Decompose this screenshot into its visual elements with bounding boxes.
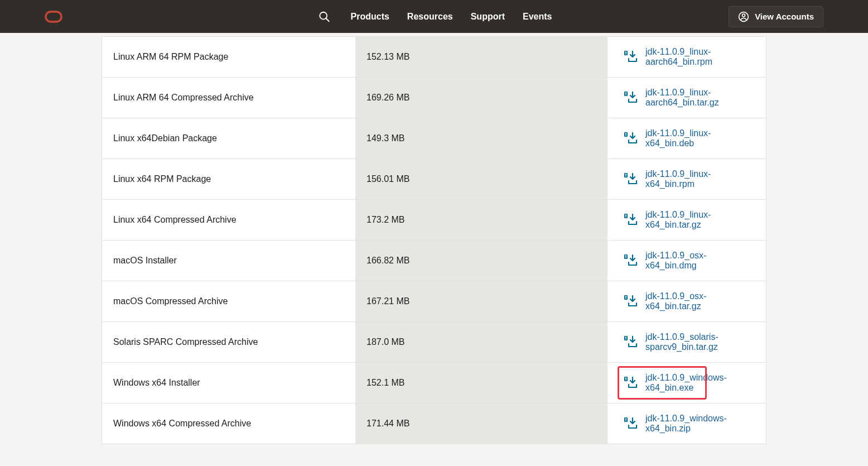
- nav-support[interactable]: Support: [471, 12, 505, 22]
- download-icon: [624, 173, 639, 185]
- size-label: 156.01 MB: [367, 174, 409, 184]
- product-label: Windows x64 Installer: [113, 378, 200, 388]
- size-cell: 173.2 MB: [355, 200, 607, 240]
- svg-rect-16: [625, 175, 626, 177]
- nav-events[interactable]: Events: [523, 12, 552, 22]
- download-link[interactable]: jdk-11.0.9_linux-x64_bin.tar.gz: [624, 210, 755, 230]
- size-cell: 152.1 MB: [355, 363, 607, 403]
- download-link[interactable]: jdk-11.0.9_linux-x64_bin.rpm: [624, 169, 755, 189]
- nav-products[interactable]: Products: [351, 12, 389, 22]
- product-cell: Windows x64 Installer: [102, 363, 355, 403]
- product-label: macOS Installer: [113, 256, 177, 266]
- download-cell: jdk-11.0.9_linux-x64_bin.deb: [607, 118, 766, 158]
- product-label: Linux ARM 64 RPM Package: [113, 52, 228, 62]
- size-label: 169.26 MB: [367, 93, 409, 103]
- download-link[interactable]: jdk-11.0.9_osx-x64_bin.dmg: [624, 251, 755, 271]
- product-label: Linux x64 RPM Package: [113, 174, 211, 184]
- table-row: Linux x64Debian Package149.3 MB jdk-11.0…: [102, 118, 766, 158]
- table-row: Linux x64 Compressed Archive173.2 MB jdk…: [102, 199, 766, 240]
- user-icon: [738, 11, 749, 22]
- download-icon: [624, 92, 639, 104]
- filename-label: jdk-11.0.9_osx-x64_bin.dmg: [645, 251, 755, 271]
- downloads-table: Linux ARM 64 RPM Package152.13 MB jdk-11…: [102, 36, 766, 444]
- size-label: 152.1 MB: [367, 378, 404, 388]
- size-cell: 166.82 MB: [355, 241, 607, 281]
- svg-point-6: [625, 51, 626, 52]
- svg-rect-13: [625, 134, 626, 136]
- svg-rect-0: [46, 12, 61, 22]
- product-cell: macOS Compressed Archive: [102, 281, 355, 321]
- table-row: Windows x64 Compressed Archive171.44 MB …: [102, 403, 766, 444]
- size-label: 149.3 MB: [367, 133, 404, 143]
- download-icon: [624, 377, 639, 389]
- svg-point-24: [625, 296, 626, 297]
- download-link[interactable]: jdk-11.0.9_windows-x64_bin.zip: [624, 414, 755, 434]
- filename-label: jdk-11.0.9_linux-x64_bin.deb: [645, 128, 755, 148]
- content-area: Linux ARM 64 RPM Package152.13 MB jdk-11…: [55, 33, 813, 444]
- header-nav: Products Resources Support Events: [316, 8, 552, 25]
- svg-rect-7: [625, 53, 626, 55]
- product-cell: Linux x64 Compressed Archive: [102, 200, 355, 240]
- product-cell: Linux ARM 64 Compressed Archive: [102, 78, 355, 118]
- svg-line-2: [326, 18, 329, 21]
- filename-label: jdk-11.0.9_linux-x64_bin.rpm: [645, 169, 755, 189]
- filename-label: jdk-11.0.9_windows-x64_bin.zip: [645, 414, 755, 434]
- filename-label: jdk-11.0.9_linux-x64_bin.tar.gz: [645, 210, 755, 230]
- download-icon: [624, 417, 639, 430]
- size-cell: 167.21 MB: [355, 281, 607, 321]
- product-label: Windows x64 Compressed Archive: [113, 419, 251, 429]
- download-icon: [624, 254, 639, 267]
- download-cell: jdk-11.0.9_linux-aarch64_bin.tar.gz: [607, 78, 766, 118]
- svg-rect-34: [625, 420, 626, 421]
- svg-rect-28: [625, 338, 626, 340]
- product-label: Linux x64 Compressed Archive: [113, 215, 237, 225]
- nav-resources[interactable]: Resources: [407, 12, 453, 22]
- product-cell: Windows x64 Compressed Archive: [102, 403, 355, 444]
- size-label: 173.2 MB: [367, 215, 404, 225]
- product-cell: Linux x64 RPM Package: [102, 159, 355, 199]
- search-button[interactable]: [316, 8, 333, 25]
- svg-point-4: [742, 14, 745, 17]
- download-icon: [624, 51, 639, 63]
- svg-rect-31: [625, 379, 626, 381]
- size-label: 171.44 MB: [367, 419, 409, 429]
- download-cell: jdk-11.0.9_linux-x64_bin.tar.gz: [607, 200, 766, 240]
- svg-point-9: [625, 92, 626, 93]
- main-header: Products Resources Support Events View A…: [0, 0, 868, 33]
- size-label: 166.82 MB: [367, 256, 409, 266]
- download-link[interactable]: jdk-11.0.9_linux-aarch64_bin.tar.gz: [624, 88, 755, 108]
- download-icon: [624, 214, 639, 226]
- download-link[interactable]: jdk-11.0.9_linux-x64_bin.deb: [624, 128, 755, 148]
- download-icon: [624, 336, 639, 348]
- product-label: macOS Compressed Archive: [113, 296, 228, 306]
- view-accounts-button[interactable]: View Accounts: [729, 6, 823, 27]
- download-cell: jdk-11.0.9_solaris-sparcv9_bin.tar.gz: [607, 322, 766, 362]
- product-cell: Solaris SPARC Compressed Archive: [102, 322, 355, 362]
- download-icon: [624, 132, 639, 145]
- download-cell: jdk-11.0.9_osx-x64_bin.tar.gz: [607, 281, 766, 321]
- product-label: Solaris SPARC Compressed Archive: [113, 337, 258, 347]
- download-link[interactable]: jdk-11.0.9_linux-aarch64_bin.rpm: [624, 47, 755, 67]
- download-link[interactable]: jdk-11.0.9_solaris-sparcv9_bin.tar.gz: [624, 332, 755, 352]
- product-cell: Linux ARM 64 RPM Package: [102, 37, 355, 77]
- table-row: Solaris SPARC Compressed Archive187.0 MB…: [102, 321, 766, 362]
- svg-rect-22: [625, 257, 626, 258]
- size-cell: 149.3 MB: [355, 118, 607, 158]
- download-cell: jdk-11.0.9_windows-x64_bin.zip: [607, 403, 766, 444]
- download-link[interactable]: jdk-11.0.9_windows-x64_bin.exe: [624, 373, 755, 393]
- search-icon: [319, 11, 331, 23]
- download-cell: jdk-11.0.9_linux-aarch64_bin.rpm: [607, 37, 766, 77]
- filename-label: jdk-11.0.9_solaris-sparcv9_bin.tar.gz: [645, 332, 755, 352]
- header-left: [45, 11, 62, 23]
- filename-label: jdk-11.0.9_windows-x64_bin.exe: [645, 373, 755, 393]
- size-label: 167.21 MB: [367, 296, 409, 306]
- download-cell: jdk-11.0.9_windows-x64_bin.exe: [607, 363, 766, 403]
- svg-point-30: [625, 377, 626, 378]
- header-right: View Accounts: [729, 6, 823, 27]
- product-cell: macOS Installer: [102, 241, 355, 281]
- oracle-logo[interactable]: [45, 11, 62, 23]
- size-cell: 169.26 MB: [355, 78, 607, 118]
- size-cell: 171.44 MB: [355, 403, 607, 444]
- download-link[interactable]: jdk-11.0.9_osx-x64_bin.tar.gz: [624, 291, 755, 311]
- svg-rect-25: [625, 297, 626, 299]
